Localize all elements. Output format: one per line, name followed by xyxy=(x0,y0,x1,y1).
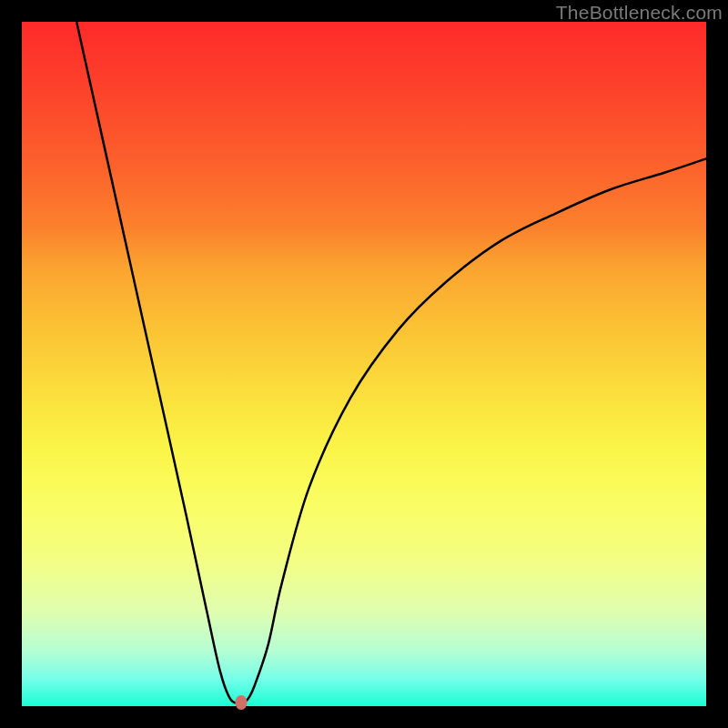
chart-frame: TheBottleneck.com xyxy=(0,0,728,728)
plot-area xyxy=(22,22,706,706)
bottleneck-curve xyxy=(22,22,706,706)
watermark-text: TheBottleneck.com xyxy=(556,2,723,24)
minimum-marker xyxy=(235,695,247,710)
